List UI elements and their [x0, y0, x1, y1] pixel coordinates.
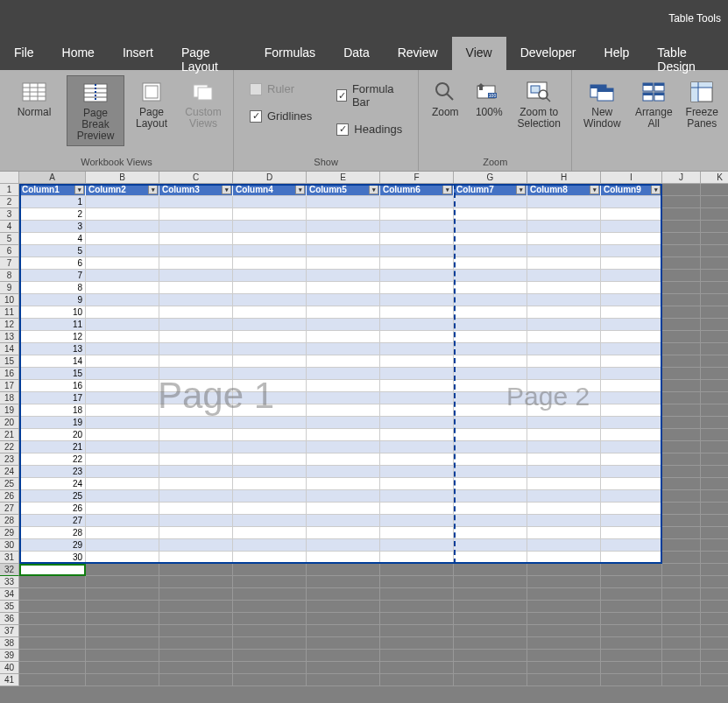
cell[interactable]	[380, 539, 454, 552]
worksheet-area[interactable]: ABCDEFGHIJK 1234567891011121314151617181…	[0, 172, 728, 703]
cell[interactable]	[307, 466, 380, 478]
row-header-5[interactable]: 5	[0, 233, 19, 245]
cell[interactable]	[701, 245, 728, 257]
tab-help[interactable]: Help	[590, 37, 644, 70]
cell[interactable]	[86, 527, 159, 539]
cell[interactable]	[527, 245, 601, 257]
cell[interactable]	[380, 662, 454, 674]
cell[interactable]	[701, 208, 728, 221]
cell[interactable]	[601, 368, 662, 380]
cell[interactable]	[454, 674, 527, 686]
cell[interactable]	[86, 282, 159, 294]
row-header-4[interactable]: 4	[0, 221, 19, 233]
cell[interactable]	[380, 368, 454, 380]
cell[interactable]: 2	[19, 208, 86, 221]
row-header-24[interactable]: 24	[0, 466, 19, 478]
cell[interactable]	[159, 221, 233, 233]
cell[interactable]	[527, 527, 601, 539]
tab-view[interactable]: View	[452, 37, 506, 70]
cell[interactable]	[159, 257, 233, 270]
row-header-9[interactable]: 9	[0, 282, 19, 294]
cell[interactable]	[307, 319, 380, 331]
cell[interactable]: 15	[19, 368, 86, 380]
cell[interactable]	[233, 417, 307, 429]
select-all-corner[interactable]	[0, 172, 19, 184]
cell[interactable]	[86, 503, 159, 515]
cell[interactable]	[380, 650, 454, 662]
cell[interactable]	[662, 539, 701, 552]
cell[interactable]	[601, 392, 662, 404]
cell[interactable]	[601, 257, 662, 270]
cell[interactable]	[159, 637, 233, 650]
cell[interactable]: 6	[19, 257, 86, 270]
cell[interactable]	[307, 674, 380, 686]
cell[interactable]	[701, 637, 728, 650]
cell[interactable]	[454, 527, 527, 539]
cell[interactable]	[380, 196, 454, 208]
filter-dropdown-icon[interactable]: ▾	[590, 185, 599, 194]
cell[interactable]	[86, 417, 159, 429]
tab-formulas[interactable]: Formulas	[251, 37, 329, 70]
cell[interactable]	[233, 257, 307, 270]
cell[interactable]	[233, 331, 307, 343]
cell[interactable]	[159, 613, 233, 625]
cell[interactable]	[701, 625, 728, 637]
cell[interactable]	[527, 282, 601, 294]
cell[interactable]	[662, 196, 701, 208]
cell[interactable]	[380, 355, 454, 368]
filter-dropdown-icon[interactable]: ▾	[369, 185, 378, 194]
cell[interactable]	[527, 208, 601, 221]
cell[interactable]	[86, 539, 159, 552]
cell[interactable]	[19, 576, 86, 588]
cell[interactable]	[454, 453, 527, 466]
arrange-all-button[interactable]: Arrange All	[630, 75, 677, 133]
cell[interactable]	[233, 441, 307, 453]
cell[interactable]	[601, 490, 662, 503]
row-header-20[interactable]: 20	[0, 417, 19, 429]
cell[interactable]	[307, 380, 380, 392]
row-header-33[interactable]: 33	[0, 576, 19, 588]
cell[interactable]: 12	[19, 331, 86, 343]
cell[interactable]	[662, 637, 701, 650]
cell[interactable]	[159, 331, 233, 343]
cell[interactable]	[307, 196, 380, 208]
cell[interactable]	[159, 490, 233, 503]
cell[interactable]	[380, 221, 454, 233]
cell[interactable]	[527, 674, 601, 686]
cell[interactable]	[601, 294, 662, 306]
cell[interactable]	[701, 490, 728, 503]
cell[interactable]: 28	[19, 527, 86, 539]
cell[interactable]	[380, 613, 454, 625]
cell[interactable]	[527, 576, 601, 588]
row-header-2[interactable]: 2	[0, 196, 19, 208]
row-header-11[interactable]: 11	[0, 306, 19, 319]
row-header-36[interactable]: 36	[0, 613, 19, 625]
cell[interactable]	[662, 355, 701, 368]
cell[interactable]	[701, 355, 728, 368]
cell[interactable]: Column5▾	[307, 184, 380, 196]
row-header-30[interactable]: 30	[0, 539, 19, 552]
cell[interactable]	[454, 306, 527, 319]
cell[interactable]: 1	[19, 196, 86, 208]
cell[interactable]	[527, 515, 601, 527]
cell[interactable]: Column3▾	[159, 184, 233, 196]
cell[interactable]	[86, 601, 159, 613]
cell[interactable]	[159, 466, 233, 478]
cell[interactable]	[159, 441, 233, 453]
cell[interactable]: 27	[19, 515, 86, 527]
cell[interactable]	[601, 380, 662, 392]
cell[interactable]	[159, 196, 233, 208]
cell[interactable]	[159, 380, 233, 392]
cell[interactable]	[701, 380, 728, 392]
cell[interactable]	[662, 662, 701, 674]
col-header-D[interactable]: D	[233, 172, 307, 184]
tab-data[interactable]: Data	[329, 37, 384, 70]
cell[interactable]	[454, 650, 527, 662]
cell[interactable]: Column2▾	[86, 184, 159, 196]
cell[interactable]	[662, 441, 701, 453]
cell[interactable]	[527, 564, 601, 576]
cell[interactable]	[159, 539, 233, 552]
cell[interactable]	[19, 650, 86, 662]
cell[interactable]: 13	[19, 343, 86, 355]
cell[interactable]	[233, 650, 307, 662]
